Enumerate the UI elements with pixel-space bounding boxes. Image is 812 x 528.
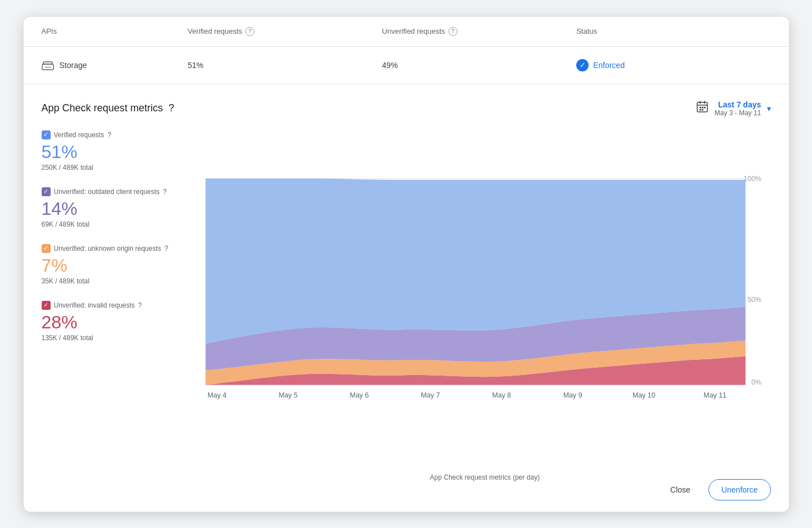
legend-label-unknown: ✓ Unverified: unknown origin requests ? xyxy=(42,244,186,253)
legend-checkbox-unknown[interactable]: ✓ xyxy=(42,244,51,253)
svg-text:May 10: May 10 xyxy=(632,391,655,399)
legend-item-invalid: ✓ Unverified: invalid requests ? 28% 135… xyxy=(42,301,186,342)
legend-sub-unknown: 35K / 489K total xyxy=(42,277,186,285)
legend-label-outdated: ✓ Unverified: outdated client requests ? xyxy=(42,187,186,196)
legend-text-outdated: Unverified: outdated client requests xyxy=(54,188,160,196)
date-range-text: Last 7 days May 3 - May 11 xyxy=(715,100,761,117)
table-header: APIs Verified requests ? Unverified requ… xyxy=(24,17,789,47)
verified-label: Verified requests xyxy=(188,27,243,35)
enforced-status: ✓ Enforced xyxy=(576,59,625,71)
chart-container: 100% 50% 0% xyxy=(199,130,771,468)
storage-icon xyxy=(42,59,54,71)
date-range-selector[interactable]: Last 7 days May 3 - May 11 ▾ xyxy=(696,100,771,117)
legend-label-invalid: ✓ Unverified: invalid requests ? xyxy=(42,301,186,310)
legend-text-unknown: Unverified: unknown origin requests xyxy=(54,245,161,252)
unverified-help-icon[interactable]: ? xyxy=(448,27,457,36)
metrics-title-text: App Check request metrics xyxy=(42,102,163,114)
chart-svg: 100% 50% 0% xyxy=(199,130,771,468)
svg-rect-10 xyxy=(702,109,703,111)
svg-rect-6 xyxy=(699,107,701,109)
svg-text:May 5: May 5 xyxy=(279,391,298,399)
legend-sub-verified: 250K / 489K total xyxy=(42,164,186,172)
dropdown-arrow-icon: ▾ xyxy=(767,104,771,113)
svg-rect-9 xyxy=(699,109,701,111)
legend-checkbox-verified[interactable]: ✓ xyxy=(42,130,51,139)
verified-help-icon[interactable]: ? xyxy=(245,27,254,36)
legend-value-unknown: 7% xyxy=(42,255,186,276)
legend-help-unknown[interactable]: ? xyxy=(164,245,168,252)
col-apis: APIs xyxy=(42,17,188,46)
svg-text:50%: 50% xyxy=(747,295,761,303)
date-range-sub: May 3 - May 11 xyxy=(715,109,761,117)
col-status: Status xyxy=(576,17,770,46)
unverified-label: Unverified requests xyxy=(382,27,445,35)
svg-text:May 8: May 8 xyxy=(492,391,511,399)
close-button[interactable]: Close xyxy=(659,480,702,500)
legend-sub-invalid: 135K / 489K total xyxy=(42,334,186,342)
legend-item-verified: ✓ Verified requests ? 51% 250K / 489K to… xyxy=(42,130,186,172)
storage-name: Storage xyxy=(60,61,87,70)
col-unverified: Unverified requests ? xyxy=(382,17,576,46)
legend-item-unknown: ✓ Unverified: unknown origin requests ? … xyxy=(42,244,186,285)
legend-sub-outdated: 69K / 489K total xyxy=(42,220,186,228)
svg-text:May 6: May 6 xyxy=(349,391,369,399)
legend-text-verified: Verified requests xyxy=(54,131,104,139)
main-dialog: APIs Verified requests ? Unverified requ… xyxy=(24,17,789,512)
svg-rect-8 xyxy=(704,107,706,109)
metrics-title-group: App Check request metrics ? xyxy=(42,102,174,114)
svg-rect-7 xyxy=(702,107,703,109)
svg-text:100%: 100% xyxy=(743,175,761,183)
status-label: Status xyxy=(576,27,597,35)
legend-help-invalid[interactable]: ? xyxy=(138,301,142,309)
metrics-section: App Check request metrics ? xyxy=(24,84,789,468)
svg-text:May 11: May 11 xyxy=(703,391,726,399)
metrics-help-icon[interactable]: ? xyxy=(169,102,174,114)
chart-area: ✓ Verified requests ? 51% 250K / 489K to… xyxy=(42,130,771,468)
legend-value-invalid: 28% xyxy=(42,312,186,333)
storage-unverified-cell: 49% xyxy=(382,48,576,82)
enforced-label: Enforced xyxy=(593,61,625,70)
legend-help-verified[interactable]: ? xyxy=(107,131,111,139)
legend-help-outdated[interactable]: ? xyxy=(163,188,167,196)
storage-status-cell: ✓ Enforced xyxy=(576,47,770,84)
legend-text-invalid: Unverified: invalid requests xyxy=(54,301,135,309)
storage-verified-cell: 51% xyxy=(188,48,382,82)
metrics-header: App Check request metrics ? xyxy=(42,100,771,117)
storage-row: Storage 51% 49% ✓ Enforced xyxy=(24,47,789,84)
storage-api-cell: Storage xyxy=(42,47,188,84)
calendar-icon xyxy=(696,100,709,117)
enforced-check-icon: ✓ xyxy=(576,59,589,71)
storage-verified-pct: 51% xyxy=(188,61,204,70)
legend-label-verified: ✓ Verified requests ? xyxy=(42,130,186,139)
legend-value-outdated: 14% xyxy=(42,198,186,219)
legend-checkbox-outdated[interactable]: ✓ xyxy=(42,187,51,196)
svg-text:May 9: May 9 xyxy=(563,391,582,399)
svg-text:May 7: May 7 xyxy=(421,391,440,399)
col-verified: Verified requests ? xyxy=(188,17,382,46)
legend-item-outdated: ✓ Unverified: outdated client requests ?… xyxy=(42,187,186,228)
svg-text:0%: 0% xyxy=(751,378,761,386)
apis-label: APIs xyxy=(42,27,57,35)
date-range-label: Last 7 days xyxy=(715,100,761,109)
legend-value-verified: 51% xyxy=(42,142,186,163)
legend: ✓ Verified requests ? 51% 250K / 489K to… xyxy=(42,130,199,468)
svg-text:May 4: May 4 xyxy=(207,391,226,399)
unenforce-button[interactable]: Unenforce xyxy=(708,479,771,500)
chart-x-axis-label: App Check request metrics (per day) xyxy=(199,473,771,481)
legend-checkbox-invalid[interactable]: ✓ xyxy=(42,301,51,310)
storage-unverified-pct: 49% xyxy=(382,61,398,70)
